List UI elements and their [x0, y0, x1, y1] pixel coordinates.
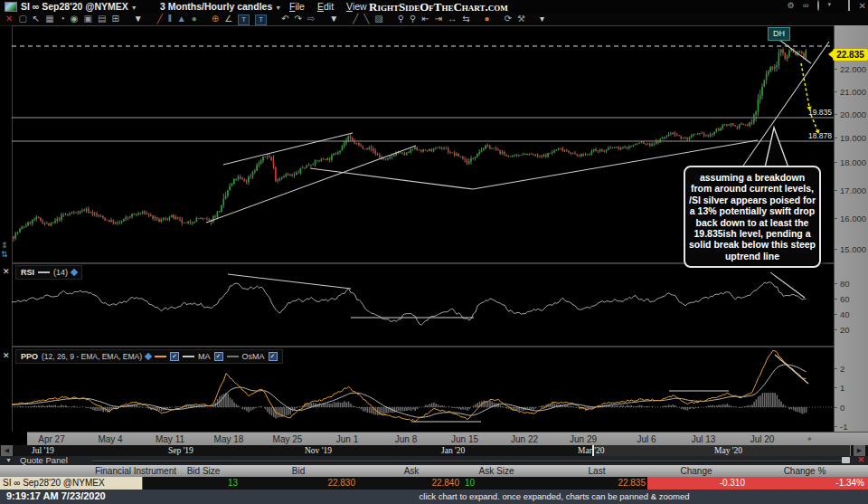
zoom-out-icon[interactable]: ⚲ [410, 13, 416, 25]
date-tick: Jul 20 [750, 433, 775, 445]
price-tick: 0 [835, 403, 868, 413]
price-tick: 21.000 [835, 87, 868, 97]
column-header-ask-size[interactable]: Ask Size [479, 465, 514, 477]
tools-icon[interactable]: ⚒ [517, 13, 525, 25]
text-tool-1[interactable]: T [255, 14, 267, 25]
printer-icon[interactable] [842, 457, 850, 463]
divider [92, 461, 843, 462]
anchor-icon[interactable] [71, 269, 78, 276]
scrollbar-label: Mar '20 [578, 445, 604, 456]
arrow-right-icon[interactable]: ⇨ [307, 13, 315, 25]
angle-tool-icon[interactable]: ∠ [224, 13, 232, 25]
hatch-icon[interactable]: ▨ [374, 13, 382, 25]
ppo-title: PPO [21, 352, 38, 361]
column-header-last[interactable]: Last [589, 465, 606, 477]
menu-edit[interactable]: Edit [317, 1, 334, 12]
gear-icon[interactable]: ⚙ [788, 1, 795, 10]
scrollbar-label: Jan '20 [441, 445, 465, 456]
timeframe-dropdown[interactable]: 3 Months/Hourly candles ▼ [160, 1, 281, 12]
close-button[interactable]: ✕ [859, 1, 866, 11]
quote-ask-size: 10 [465, 477, 506, 490]
image-icon[interactable]: ▣ [83, 13, 91, 25]
chevron-down-icon: ▼ [131, 5, 137, 11]
redo-icon[interactable]: ↷ [295, 13, 302, 25]
trading-app-window: SI ∞ Sep28'20 @NYMEX ▼ 3 Months/Hourly c… [0, 0, 868, 504]
quote-panel-header: ▼ Quote Panel ✕ [0, 456, 868, 465]
triangle-tool-icon[interactable]: ▲ [177, 13, 186, 25]
quote-change: -0.310 [647, 477, 757, 490]
sphere-icon[interactable]: ◉ [71, 13, 79, 25]
pie-chart-icon[interactable]: ◔ [60, 13, 65, 25]
ma-checkbox[interactable]: ✓ [214, 352, 223, 361]
ruler-icon[interactable]: ╱ [353, 13, 358, 25]
orange-dot-icon[interactable]: ● [485, 13, 490, 25]
pin-chevron-icon[interactable]: ▾ [828, 1, 832, 8]
crosshair-target-icon[interactable]: ⊕ [212, 13, 219, 25]
column-header-ask[interactable]: Ask [404, 465, 420, 477]
scrollbar-label: Nov '19 [305, 445, 332, 456]
toolbar-dropdown-icon[interactable]: ▾ [540, 13, 544, 25]
text-tool-2[interactable]: T [238, 14, 250, 25]
price-tick: 20.000 [835, 109, 868, 119]
bar-left-icon[interactable]: ⇤ [421, 13, 429, 25]
menu-file[interactable]: File [289, 1, 305, 12]
swap-icon[interactable]: ⇆ [462, 13, 469, 25]
price-tick: 19.000 [835, 133, 868, 143]
expand-h-icon[interactable]: ↔ [448, 13, 457, 25]
scroll-left-arrow[interactable]: ◀ [1, 445, 13, 456]
price-tick: 80 [835, 279, 868, 289]
rsi-params: (14) [53, 268, 68, 277]
selection-box-icon[interactable]: ▢ [18, 13, 26, 25]
bar-right-icon[interactable]: ⇥ [435, 13, 442, 25]
pin-icon[interactable] [817, 1, 819, 10]
menu-bar: FileEditView [289, 1, 380, 12]
ppo-checkbox[interactable]: ✓ [170, 352, 179, 361]
rsi-close-icon[interactable]: ✕ [3, 267, 12, 276]
chart-scrollbar[interactable]: ◀ ▶ Jul '19Sep '19Nov '19Jan '20Mar '20M… [0, 445, 868, 456]
gallery-icon[interactable]: ▤ [98, 13, 106, 25]
column-header-bid[interactable]: Bid [292, 465, 305, 477]
menu-view[interactable]: View [346, 1, 367, 12]
trendline-icon[interactable]: ╲ [363, 13, 369, 25]
quote-row[interactable]: SI ∞ Sep28'20 @NYMEX 13 22.830 22.840 10… [0, 477, 868, 490]
layout-grid-icon[interactable]: ⊞ [111, 13, 118, 25]
chevron-down-icon: ▼ [275, 5, 281, 11]
column-header-change-[interactable]: Change % [784, 465, 826, 477]
ma-line-swatch [183, 356, 194, 357]
scrollbar-label: Sep '19 [168, 445, 193, 456]
anchor-icon[interactable] [145, 353, 152, 360]
price-scale-tools[interactable]: ⇕⇅ [1, 241, 12, 259]
price-tick: 16.000 [835, 214, 868, 223]
dropdown-triangle2-icon[interactable]: ▼ [329, 13, 338, 25]
collapse-triangle-icon[interactable]: ▼ [5, 457, 12, 463]
refresh-icon[interactable]: ⟳ [505, 13, 512, 25]
link-icon[interactable]: ∞ [803, 1, 808, 10]
candlestick-tool-icon[interactable]: ‖ [168, 13, 172, 25]
column-header-bid-size[interactable]: Bid Size [187, 465, 221, 477]
rsi-line-swatch [38, 271, 50, 273]
column-header-change[interactable]: Change [680, 465, 712, 477]
quote-panel-close-icon[interactable]: ✕ [857, 455, 864, 464]
close-chart-icon[interactable]: ✕ [5, 13, 13, 25]
date-axis[interactable]: Apr 27May 4May 11May 18May 25Jun 1Jun 8J… [27, 432, 868, 446]
status-bar: 9:19:17 AM 7/23/2020 click chart to expa… [0, 490, 868, 504]
annotation-callout[interactable]: assuming a breakdown from around current… [684, 166, 821, 268]
date-tick: May 25 [273, 433, 303, 445]
price-axis[interactable]: 22.00021.00020.00019.00018.00017.00016.0… [834, 25, 868, 432]
grid-icon[interactable]: ▦ [45, 13, 53, 25]
quote-last: 22.835 [570, 477, 646, 490]
undo-icon[interactable]: ↶ [281, 13, 288, 25]
restore-button[interactable] [848, 1, 850, 10]
green-sphere-icon[interactable]: ● [192, 13, 197, 25]
symbol-dropdown[interactable]: SI ∞ Sep28'20 @NYMEX ▼ [21, 1, 137, 12]
osma-checkbox[interactable]: ✓ [269, 352, 278, 361]
ppo-close-icon[interactable]: ✕ [3, 351, 12, 360]
dropdown-triangle-icon[interactable]: ▼ [134, 13, 143, 25]
zoom-in-icon[interactable]: ⚲ [398, 13, 404, 25]
pencil-line-icon[interactable]: ╱ [157, 13, 163, 25]
svg-text:18.878: 18.878 [808, 131, 832, 140]
column-header-financial-instrument[interactable]: Financial Instrument [95, 465, 176, 477]
pointer-cursor-icon[interactable]: ↖ [33, 13, 40, 25]
annotation-text: assuming a breakdown from around current… [688, 172, 816, 262]
price-tick: 2 [835, 364, 868, 374]
